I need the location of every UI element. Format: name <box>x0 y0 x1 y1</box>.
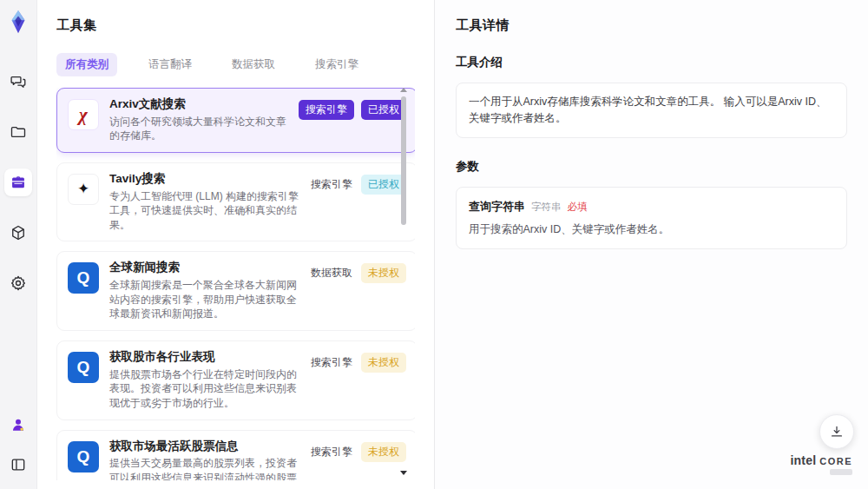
tab-data-fetch[interactable]: 数据获取 <box>223 53 284 76</box>
scroll-down-arrow-icon[interactable] <box>400 471 407 475</box>
intro-text: 一个用于从Arxiv存储库搜索科学论文和文章的工具。 输入可以是Arxiv ID… <box>469 96 827 124</box>
scroll-up-arrow-icon[interactable] <box>400 88 407 92</box>
news-q-icon: Q <box>68 262 99 294</box>
tool-card-global-news[interactable]: Q 全球新闻搜索 全球新闻搜索是一个聚合全球各大新闻网站内容的搜索引擎，帮助用户… <box>56 251 415 331</box>
intel-core-logo: intel CORE <box>790 453 852 475</box>
tab-translation[interactable]: 语言翻译 <box>140 53 201 76</box>
tool-description: 访问各个研究领域大量科学论文和文章的存储库。 <box>109 115 288 143</box>
sidebar-nav <box>4 68 32 297</box>
param-description: 用于搜索的Arxiv ID、关键字或作者姓名。 <box>469 221 834 238</box>
tool-card-arxiv[interactable]: χ Arxiv文献搜索 访问各个研究领域大量科学论文和文章的存储库。 搜索引擎 … <box>56 88 415 153</box>
param-type: 字符串 <box>531 200 562 215</box>
tool-description: 提供股票市场各个行业在特定时间段内的表现。投资者可以利用这些信息来识别表现优于或… <box>109 367 299 411</box>
user-icon <box>10 416 27 433</box>
tool-list-panel: 工具集 所有类别 语言翻译 数据获取 搜索引擎 χ Arxiv文献搜索 访问各个… <box>36 0 434 489</box>
user-avatar-button[interactable] <box>4 411 32 439</box>
sidebar-item-files[interactable] <box>4 118 32 146</box>
chat-icon <box>10 73 27 90</box>
app-logo-icon <box>5 9 31 35</box>
core-wordmark: CORE <box>819 456 852 466</box>
tool-description: 提供当天交易量最高的股票列表，投资者可以利用这些信息来识别流动性强的股票和潜在的… <box>109 456 299 480</box>
intel-wordmark: intel <box>790 453 816 467</box>
intel-ultra-sub-badge <box>830 469 852 475</box>
param-name: 查询字符串 <box>469 198 525 215</box>
list-scrollbar[interactable] <box>400 88 407 480</box>
tool-card-list: χ Arxiv文献搜索 访问各个研究领域大量科学论文和文章的存储库。 搜索引擎 … <box>56 88 415 480</box>
category-badge: 搜索引擎 <box>299 100 354 120</box>
tool-name: Arxiv文献搜索 <box>109 97 288 112</box>
panel-toggle-icon <box>10 456 27 473</box>
tool-name: Tavily搜索 <box>109 172 299 187</box>
sidebar-item-chat[interactable] <box>4 68 32 96</box>
params-heading: 参数 <box>456 159 847 175</box>
tool-card-tavily[interactable]: ✦ Tavily搜索 专为人工智能代理 (LLM) 构建的搜索引擎工具，可快速提… <box>56 162 415 242</box>
sidebar-item-settings[interactable] <box>4 269 32 297</box>
sidebar-bottom <box>4 411 32 479</box>
folder-icon <box>10 123 27 141</box>
cube-icon <box>10 224 27 241</box>
scrollbar-thumb[interactable] <box>401 96 406 225</box>
tool-name: 获取股市各行业表现 <box>109 350 299 365</box>
tavily-star-icon: ✦ <box>68 174 99 205</box>
category-badge: 搜索引擎 <box>309 442 354 462</box>
param-box: 查询字符串 字符串 必填 用于搜索的Arxiv ID、关键字或作者姓名。 <box>456 187 847 249</box>
gear-icon <box>10 274 27 292</box>
tab-all-categories[interactable]: 所有类别 <box>56 53 117 76</box>
tool-name: 全球新闻搜索 <box>109 261 299 275</box>
tab-search-engine[interactable]: 搜索引擎 <box>306 53 367 76</box>
category-badge: 数据获取 <box>309 263 354 283</box>
tool-card-most-active-stocks[interactable]: Q 获取市场最活跃股票信息 提供当天交易量最高的股票列表，投资者可以利用这些信息… <box>56 430 415 480</box>
intro-heading: 工具介绍 <box>456 55 847 70</box>
tool-detail-panel: 工具详情 工具介绍 一个用于从Arxiv存储库搜索科学论文和文章的工具。 输入可… <box>434 0 868 489</box>
sidebar-rail <box>0 0 36 489</box>
stock-q-icon: Q <box>68 441 99 472</box>
sidebar-item-plugins[interactable] <box>4 219 32 247</box>
detail-title: 工具详情 <box>456 17 847 34</box>
tool-card-sector-performance[interactable]: Q 获取股市各行业表现 提供股票市场各个行业在特定时间段内的表现。投资者可以利用… <box>56 340 415 420</box>
page-title: 工具集 <box>56 17 415 34</box>
tool-description: 专为人工智能代理 (LLM) 构建的搜索引擎工具，可快速提供实时、准确和真实的结… <box>109 189 299 233</box>
collapse-panel-button[interactable] <box>4 451 32 479</box>
category-tabs: 所有类别 语言翻译 数据获取 搜索引擎 <box>56 53 415 76</box>
category-badge: 搜索引擎 <box>309 175 354 195</box>
category-badge: 搜索引擎 <box>309 353 354 373</box>
tool-description: 全球新闻搜索是一个聚合全球各大新闻网站内容的搜索引擎，帮助用户快速获取全球最新资… <box>109 278 299 321</box>
download-icon <box>829 424 845 439</box>
sidebar-item-toolbox[interactable] <box>4 169 32 196</box>
param-required-flag: 必填 <box>568 200 588 215</box>
stock-q-icon: Q <box>68 352 99 383</box>
arxiv-chi-icon: χ <box>68 99 99 130</box>
download-button[interactable] <box>819 414 854 449</box>
tool-name: 获取市场最活跃股票信息 <box>109 439 299 454</box>
intro-box: 一个用于从Arxiv存储库搜索科学论文和文章的工具。 输入可以是Arxiv ID… <box>456 83 847 138</box>
briefcase-icon <box>10 174 27 191</box>
